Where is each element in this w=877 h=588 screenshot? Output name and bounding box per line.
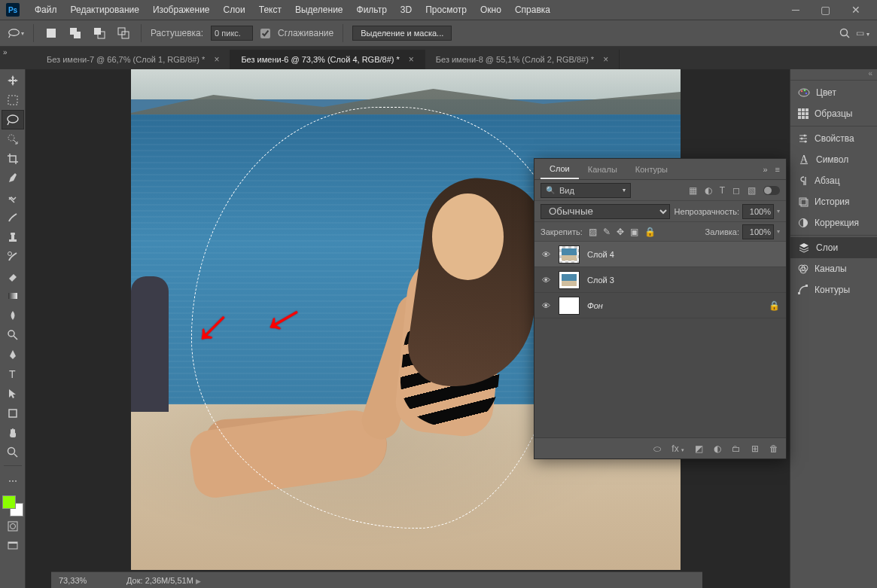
gradient-tool[interactable] <box>2 286 24 306</box>
dock-item-character[interactable]: AСимвол <box>790 149 877 170</box>
link-layers-icon[interactable]: ⬭ <box>653 443 661 454</box>
lock-pixels-icon[interactable]: ✎ <box>603 227 611 237</box>
layer-filter-kind[interactable]: 🔍Вид▾ <box>541 183 631 198</box>
menu-text[interactable]: Текст <box>253 2 288 18</box>
crop-tool[interactable] <box>2 149 24 169</box>
type-tool[interactable]: T <box>2 364 24 384</box>
document-tab[interactable]: Без имени-6 @ 73,3% (Слой 4, RGB/8#) *× <box>230 50 425 69</box>
dock-item-paragraph[interactable]: Абзац <box>790 170 877 191</box>
dock-item-properties[interactable]: Свойства <box>790 128 877 149</box>
color-swatches[interactable] <box>2 495 23 516</box>
menu-filter[interactable]: Фильтр <box>351 2 393 18</box>
layer-fx-icon[interactable]: fx ▾ <box>671 443 684 454</box>
hand-tool[interactable] <box>2 423 24 443</box>
new-group-icon[interactable]: 🗀 <box>732 443 741 454</box>
minimize-button[interactable]: ─ <box>787 4 804 16</box>
dock-item-color[interactable]: Цвет <box>790 82 877 103</box>
quick-select-tool[interactable] <box>2 129 24 149</box>
marquee-tool[interactable] <box>2 90 24 110</box>
add-mask-icon[interactable]: ◩ <box>695 443 703 454</box>
selection-new-icon[interactable] <box>43 25 59 41</box>
filter-adjust-icon[interactable]: ◐ <box>705 185 712 196</box>
menu-window[interactable]: Окно <box>474 2 507 18</box>
layer-name[interactable]: Слой 3 <box>587 276 780 285</box>
selection-intersect-icon[interactable] <box>115 25 132 41</box>
panel-tab-paths[interactable]: Контуры <box>626 160 677 178</box>
selection-subtract-icon[interactable] <box>91 25 108 41</box>
eraser-tool[interactable] <box>2 267 24 286</box>
layer-thumbnail[interactable] <box>559 297 580 315</box>
selection-add-icon[interactable] <box>67 25 84 41</box>
dodge-tool[interactable] <box>2 325 24 345</box>
dock-item-history[interactable]: История <box>790 191 877 212</box>
visibility-icon[interactable]: 👁 <box>541 301 551 310</box>
menu-edit[interactable]: Редактирование <box>65 2 145 18</box>
dock-item-channels[interactable]: Каналы <box>790 258 877 279</box>
lasso-tool-icon[interactable]: ▾ <box>8 25 24 41</box>
document-tab[interactable]: Без имени-8 @ 55,1% (Слой 2, RGB/8#) *× <box>425 50 620 69</box>
path-select-tool[interactable] <box>2 384 24 404</box>
filter-smart-icon[interactable]: ▧ <box>748 185 756 196</box>
lock-transparency-icon[interactable]: ▨ <box>589 227 597 237</box>
feather-input[interactable] <box>211 26 253 41</box>
zoom-level[interactable]: 73,33% <box>59 576 111 585</box>
dock-item-adjustments[interactable]: Коррекция <box>790 212 877 233</box>
dock-item-layers[interactable]: Слои <box>790 237 877 258</box>
filter-pixel-icon[interactable]: ▦ <box>689 185 697 196</box>
filter-toggle[interactable] <box>763 186 780 195</box>
blur-tool[interactable] <box>2 306 24 325</box>
edit-toolbar-icon[interactable]: ⋯ <box>2 471 24 491</box>
stamp-tool[interactable] <box>2 227 24 247</box>
layer-name[interactable]: Фон <box>587 301 761 310</box>
quickmask-icon[interactable] <box>2 516 24 536</box>
layer-row[interactable]: 👁 Фон 🔒 <box>534 293 786 318</box>
panel-tab-layers[interactable]: Слои <box>541 160 579 179</box>
menu-view[interactable]: Просмотр <box>419 2 473 18</box>
layer-thumbnail[interactable] <box>559 245 580 264</box>
menu-layers[interactable]: Слои <box>218 2 251 18</box>
pen-tool[interactable] <box>2 345 24 364</box>
lock-artboard-icon[interactable]: ▣ <box>630 227 638 237</box>
foreground-swatch[interactable] <box>2 495 16 509</box>
dock-collapse-icon[interactable]: « <box>790 69 877 80</box>
panel-tab-channels[interactable]: Каналы <box>579 160 626 178</box>
filter-type-icon[interactable]: T <box>720 185 725 196</box>
lock-position-icon[interactable]: ✥ <box>617 227 624 237</box>
new-layer-icon[interactable]: ⊞ <box>751 443 759 454</box>
brush-tool[interactable] <box>2 208 24 227</box>
lock-all-icon[interactable]: 🔒 <box>644 227 656 237</box>
close-button[interactable]: ✕ <box>847 4 865 16</box>
layer-thumbnail[interactable] <box>559 271 580 289</box>
tab-close-icon[interactable]: × <box>409 54 414 65</box>
blend-mode-select[interactable]: Обычные <box>541 204 670 219</box>
menu-help[interactable]: Справка <box>509 2 556 18</box>
layers-panel[interactable]: Слои Каналы Контуры »≡ 🔍Вид▾ ▦ ◐ T ◻ ▧ О… <box>534 158 787 459</box>
menu-image[interactable]: Изображение <box>147 2 216 18</box>
menu-file[interactable]: Файл <box>29 2 63 18</box>
visibility-icon[interactable]: 👁 <box>541 276 551 285</box>
lasso-tool[interactable] <box>2 110 24 129</box>
healing-tool[interactable] <box>2 188 24 208</box>
workspace-switcher-icon[interactable]: ▭ ▾ <box>856 28 869 38</box>
move-tool[interactable] <box>2 71 24 90</box>
tab-overflow-icon[interactable]: » <box>3 48 12 56</box>
maximize-button[interactable]: ▢ <box>816 4 835 16</box>
layer-row[interactable]: 👁 Слой 4 <box>534 242 786 267</box>
panel-menu-icon[interactable]: ≡ <box>775 165 780 174</box>
tab-close-icon[interactable]: × <box>214 54 219 65</box>
opacity-input[interactable] <box>742 204 774 219</box>
antialias-checkbox[interactable] <box>260 29 270 38</box>
menu-select[interactable]: Выделение <box>289 2 349 18</box>
layer-row[interactable]: 👁 Слой 3 <box>534 267 786 293</box>
add-adjustment-icon[interactable]: ◐ <box>714 443 721 454</box>
shape-tool[interactable] <box>2 404 24 423</box>
delete-layer-icon[interactable]: 🗑 <box>769 443 778 454</box>
eyedropper-tool[interactable] <box>2 169 24 188</box>
screenmode-icon[interactable] <box>2 536 24 556</box>
tab-close-icon[interactable]: × <box>603 54 608 65</box>
zoom-tool[interactable] <box>2 443 24 462</box>
visibility-icon[interactable]: 👁 <box>541 250 551 259</box>
menu-3d[interactable]: 3D <box>394 2 418 18</box>
document-tab[interactable]: Без имени-7 @ 66,7% (Слой 1, RGB/8#) *× <box>36 50 230 69</box>
fill-input[interactable] <box>742 224 774 239</box>
